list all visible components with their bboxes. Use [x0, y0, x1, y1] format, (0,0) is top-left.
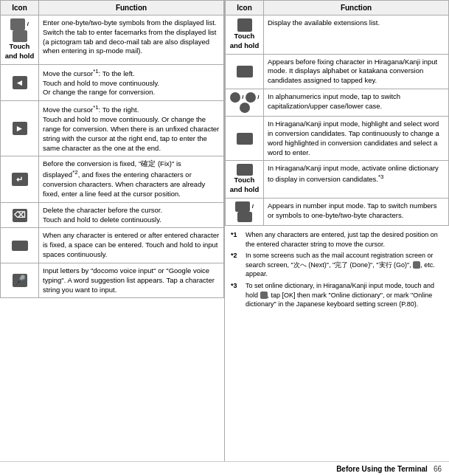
- delete-icon: ⌫: [13, 209, 27, 222]
- table-row: ⌫ Delete the character before the cursor…: [1, 202, 224, 228]
- symbol-icon-2: [13, 30, 27, 42]
- tables-row: Icon Function / Touch and hold: [0, 0, 449, 461]
- footnote-text-3: To set online dictionary, in Hiragana/Ka…: [246, 281, 443, 309]
- right-function-cell-1: Display the available extensions list.: [264, 15, 449, 55]
- touch-hold-label-r1: Touch and hold: [230, 32, 260, 49]
- left-function-cell-1: Enter one-byte/two-byte symbols from the…: [39, 15, 224, 65]
- right-icon-cell-5: Touch and hold: [226, 161, 264, 199]
- left-header-icon: Icon: [1, 1, 39, 15]
- dict-icon: [237, 164, 253, 176]
- left-icon-cell-2: ◄: [1, 64, 39, 101]
- right-function-cell-3: In alphanumerics input mode, tap to swit…: [264, 89, 449, 117]
- table-row: / Appears in number input mode. Tap to s…: [226, 198, 449, 225]
- footer-page: 66: [434, 465, 442, 473]
- voice-icon: 🎤: [13, 274, 27, 287]
- right-arrow-icon: ►: [13, 122, 27, 135]
- left-table: Icon Function / Touch and hold: [0, 0, 224, 298]
- highlight-icon: [237, 133, 253, 145]
- footnote-1: *1 When any characters are entered, just…: [231, 230, 443, 249]
- left-icon-cell-3: ►: [1, 101, 39, 156]
- left-function-cell-3: Move the cursor*1: To the right.Touch an…: [39, 101, 224, 156]
- right-function-cell-4: In Hiragana/Kanji input mode, highlight …: [264, 117, 449, 161]
- right-icon-cell-4: [226, 117, 264, 161]
- hiragana-fix-icon: [237, 66, 253, 77]
- num-icon-1: [235, 201, 250, 212]
- right-section: Icon Function Touch and hold Display the…: [225, 0, 449, 461]
- table-row: ► Move the cursor*1: To the right.Touch …: [1, 101, 224, 156]
- cap-icon-1: [230, 92, 240, 103]
- table-row: When any character is entered or after e…: [1, 228, 224, 263]
- table-row: In Hiragana/Kanji input mode, highlight …: [226, 117, 449, 161]
- right-function-cell-2: Appears before fixing character in Hirag…: [264, 54, 449, 89]
- footnote-star-1: *1: [231, 230, 246, 249]
- left-icon-cell-4: ↵: [1, 156, 39, 202]
- left-function-cell-4: Before the conversion is fixed, "確定 (Fix…: [39, 156, 224, 202]
- cap-icon-3: [240, 103, 250, 113]
- num-icon-2: [237, 212, 252, 222]
- space-icon: [12, 241, 28, 251]
- left-icon-cell-7: 🎤: [1, 263, 39, 297]
- left-header-function: Function: [39, 1, 224, 15]
- table-row: 🎤 Input letters by "docomo voice input" …: [1, 263, 224, 297]
- left-function-cell-6: When any character is entered or after e…: [39, 228, 224, 263]
- footnote-star-3: *3: [231, 281, 246, 309]
- right-function-cell-6: Appears in number input mode. Tap to swi…: [264, 198, 449, 225]
- fix-icon: ↵: [12, 173, 28, 186]
- footnote-2: *2 In some screens such as the mail acco…: [231, 251, 443, 279]
- footnote-text-1: When any characters are entered, just ta…: [246, 230, 443, 249]
- table-row: Appears before fixing character in Hirag…: [226, 54, 449, 89]
- footer-bar: Before Using the Terminal 66: [0, 461, 449, 476]
- right-function-cell-5: In Hiragana/Kanji input mode, activate o…: [264, 161, 449, 199]
- footnotes-section: *1 When any characters are entered, just…: [225, 226, 449, 314]
- left-arrow-icon: ◄: [13, 76, 27, 89]
- right-icon-cell-2: [226, 54, 264, 89]
- left-table-container: Icon Function / Touch and hold: [0, 0, 225, 461]
- left-function-cell-7: Input letters by "docomo voice input" or…: [39, 263, 224, 297]
- right-header-function: Function: [264, 1, 449, 15]
- footer-label: Before Using the Terminal: [336, 465, 428, 473]
- ext-icon: [237, 18, 252, 32]
- left-function-cell-5: Delete the character before the cursor.T…: [39, 202, 224, 228]
- right-icon-cell-6: /: [226, 198, 264, 225]
- table-row: ◄ Move the cursor*1: To the left.Touch a…: [1, 64, 224, 101]
- right-icon-cell-3: / /: [226, 89, 264, 117]
- page-wrapper: Icon Function / Touch and hold: [0, 0, 449, 476]
- right-table: Icon Function Touch and hold Display the…: [225, 0, 449, 226]
- touch-hold-label-r5: Touch and hold: [230, 176, 260, 193]
- cap-icon-2: [246, 92, 256, 103]
- footnote-star-2: *2: [231, 251, 246, 279]
- right-header-icon: Icon: [226, 1, 264, 15]
- left-function-cell-2: Move the cursor*1: To the left.Touch and…: [39, 64, 224, 101]
- touch-hold-label-1: Touch and hold: [5, 42, 35, 60]
- left-icon-cell-6: [1, 228, 39, 263]
- table-row: Touch and hold Display the available ext…: [226, 15, 449, 55]
- table-row: / Touch and hold Enter one-byte/two-byte…: [1, 15, 224, 65]
- table-row: Touch and hold In Hiragana/Kanji input m…: [226, 161, 449, 199]
- table-row: ↵ Before the conversion is fixed, "確定 (F…: [1, 156, 224, 202]
- footnote-3: *3 To set online dictionary, in Hiragana…: [231, 281, 443, 309]
- left-icon-cell-1: / Touch and hold: [1, 15, 39, 65]
- right-icon-cell-1: Touch and hold: [226, 15, 264, 55]
- left-icon-cell-5: ⌫: [1, 202, 39, 228]
- symbol-icon-1: [10, 18, 25, 30]
- footnote-text-2: In some screens such as the mail account…: [246, 251, 443, 279]
- table-row: / / In alphanumerics input mode, tap to …: [226, 89, 449, 117]
